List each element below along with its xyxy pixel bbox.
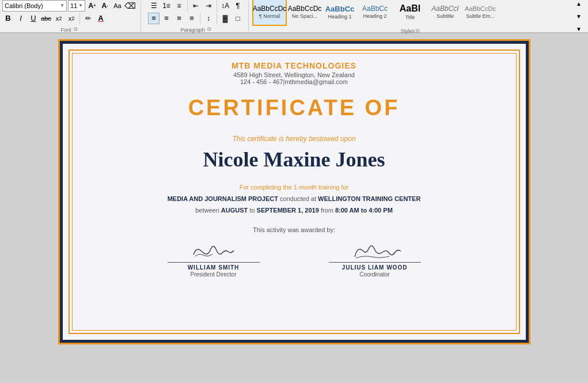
desc-time: 8:00 AM to 4:00 PM xyxy=(335,207,393,214)
signature-1-line xyxy=(168,262,260,263)
document-area: MTB MEDIA TECHNOLOGIES 4589 High Street,… xyxy=(0,33,588,356)
font-color-button[interactable]: A xyxy=(95,13,107,24)
signature-1-name: WILLIAM SMITH xyxy=(188,264,240,271)
italic-button[interactable]: I xyxy=(15,13,26,24)
shading-button[interactable]: ▓ xyxy=(219,13,231,24)
sig1-svg xyxy=(185,240,242,260)
desc-line1: For completing the 1-month training for xyxy=(97,182,491,194)
ribbon-row: Calibri (Body) ▼ 11 ▼ A+ A- Aa ⌫ B I U a… xyxy=(0,0,588,32)
styles-more-button[interactable]: ▼ xyxy=(573,23,585,35)
desc-line3: between AUGUST to SEPTEMBER 1, 2019 from… xyxy=(97,205,491,217)
signatures-section: WILLIAM SMITH President Director JULIUS … xyxy=(97,239,491,278)
underline-button[interactable]: U xyxy=(28,13,39,24)
style-item-heading1[interactable]: AaBbCc Heading 1 xyxy=(323,0,357,26)
desc-august: AUGUST xyxy=(221,207,248,214)
style-preview-no-spacing: AaBbCcDc xyxy=(288,5,322,12)
style-name-title: Title xyxy=(405,14,415,20)
signature-2-line xyxy=(329,262,421,263)
awarded-text: This activity was awarded by: xyxy=(97,226,491,233)
signature-2-image xyxy=(343,239,407,261)
bold-button[interactable]: B xyxy=(2,13,14,24)
desc-between: between xyxy=(195,207,221,214)
borders-button[interactable]: □ xyxy=(232,13,244,24)
company-contact: 124 - 456 - 467|mtbmedia@gmail.com xyxy=(97,78,491,85)
font-expand-icon[interactable]: ⊡ xyxy=(74,26,78,32)
font-size-chevron: ▼ xyxy=(78,3,83,8)
strikethrough-button[interactable]: abc xyxy=(40,13,52,24)
styles-group: AaBbCcDc ¶ Normal AaBbCcDc No Spaci... A… xyxy=(249,1,572,32)
style-name-subtle-em: Subtle Em... xyxy=(466,13,494,19)
font-name-row: Calibri (Body) ▼ 11 ▼ A+ A- Aa ⌫ xyxy=(2,0,136,12)
align-right-button[interactable]: ≡ xyxy=(173,13,185,24)
styles-expand-icon[interactable]: ⊡ xyxy=(416,28,420,33)
description-block: For completing the 1-month training for … xyxy=(97,182,491,216)
signature-2-title: Coordinator xyxy=(359,271,389,278)
desc-conducted: conducted at xyxy=(280,195,318,202)
desc-center: WELLINGTON TRAINING CENTER xyxy=(318,195,420,202)
para-sep4 xyxy=(217,13,217,24)
company-address: 4589 High Street, Wellington, New Zealan… xyxy=(97,71,491,78)
style-preview-subtle-em: AaBbCcDc xyxy=(465,6,496,12)
styles-scroll-down-button[interactable]: ▼ xyxy=(573,10,585,22)
certificate-title: CERTIFICATE OF xyxy=(97,96,491,120)
font-name-dropdown[interactable]: Calibri (Body) ▼ xyxy=(2,0,67,12)
sig2-svg xyxy=(343,241,407,261)
bullets-button[interactable]: ☰ xyxy=(148,0,160,12)
paragraph-expand-icon[interactable]: ⊡ xyxy=(207,26,211,32)
paragraph-row1: ☰ 1≡ ≡ ⇤ ⇥ ↕A ¶ xyxy=(148,0,244,12)
shading-icon: ▓ xyxy=(223,14,228,22)
justify-button[interactable]: ≡ xyxy=(186,13,198,24)
style-name-no-spacing: No Spaci... xyxy=(292,13,317,19)
signature-1-block: WILLIAM SMITH President Director xyxy=(168,239,260,278)
multilevel-list-button[interactable]: ≡ xyxy=(173,0,185,12)
styles-scroll-up-button[interactable]: ▲ xyxy=(573,0,585,9)
paragraph-group: ☰ 1≡ ≡ ⇤ ⇥ ↕A ¶ ≡ ≡ ≡ ≡ ↕ ▓ xyxy=(143,1,249,32)
certificate-inner: MTB MEDIA TECHNOLOGIES 4589 High Street,… xyxy=(63,44,526,340)
desc-sept: SEPTEMBER 1, 2019 xyxy=(257,207,319,214)
line-spacing-button[interactable]: ↕ xyxy=(203,13,214,24)
highlight-button[interactable]: ✏ xyxy=(82,13,94,24)
font-size-dropdown[interactable]: 11 ▼ xyxy=(68,0,85,12)
certificate-content: MTB MEDIA TECHNOLOGIES 4589 High Street,… xyxy=(63,44,526,289)
signature-2-block: JULIUS LIAM WOOD Coordinator xyxy=(329,239,421,278)
sort-button[interactable]: ↕A xyxy=(219,0,231,12)
style-item-subtitle[interactable]: AaBbCcI Subtitle xyxy=(428,0,462,26)
format-sep xyxy=(79,13,80,24)
numbering-button[interactable]: 1≡ xyxy=(161,0,172,12)
signature-2-name: JULIUS LIAM WOOD xyxy=(342,264,408,271)
clear-formatting-button[interactable]: ⌫ xyxy=(124,0,136,12)
align-left-button[interactable]: ≡ xyxy=(148,13,160,24)
para-sep2 xyxy=(217,0,217,12)
paragraph-row2: ≡ ≡ ≡ ≡ ↕ ▓ □ xyxy=(148,13,244,24)
superscript-button[interactable]: x2 xyxy=(66,13,77,24)
decrease-font-button[interactable]: A- xyxy=(99,0,111,12)
signature-1-image xyxy=(185,239,242,261)
change-case-button[interactable]: Aa xyxy=(112,0,123,12)
show-paragraph-button[interactable]: ¶ xyxy=(232,0,244,12)
style-item-subtle-em[interactable]: AaBbCcDc Subtle Em... xyxy=(463,0,498,26)
decrease-indent-button[interactable]: ⇤ xyxy=(190,0,202,12)
font-name-value: Calibri (Body) xyxy=(5,2,43,9)
paragraph-section-label: Paragraph xyxy=(180,27,204,33)
font-group: Calibri (Body) ▼ 11 ▼ A+ A- Aa ⌫ B I U a… xyxy=(2,1,141,32)
desc-from: from xyxy=(321,207,335,214)
increase-indent-button[interactable]: ⇥ xyxy=(203,0,214,12)
ribbon-toolbar: Calibri (Body) ▼ 11 ▼ A+ A- Aa ⌫ B I U a… xyxy=(0,0,588,33)
font-size-value: 11 xyxy=(70,2,77,9)
style-item-no-spacing[interactable]: AaBbCcDc No Spaci... xyxy=(287,0,322,26)
style-preview-heading1: AaBbCc xyxy=(325,5,355,13)
style-name-normal: ¶ Normal xyxy=(259,13,280,19)
align-center-button[interactable]: ≡ xyxy=(161,13,172,24)
subscript-button[interactable]: x2 xyxy=(53,13,65,24)
increase-font-button[interactable]: A+ xyxy=(86,0,98,12)
bestowed-text: This certificate is hereby bestowed upon xyxy=(97,135,491,143)
format-row: B I U abc x2 x2 ✏ A xyxy=(2,13,136,24)
recipient-name: Nicole Maxine Jones xyxy=(97,147,491,172)
style-item-title[interactable]: AaBl Title xyxy=(393,0,427,26)
para-sep1 xyxy=(187,0,188,12)
styles-section-label: Styles xyxy=(401,28,415,34)
style-item-normal[interactable]: AaBbCcDc ¶ Normal xyxy=(252,0,287,26)
signature-1-title: President Director xyxy=(190,271,236,278)
style-item-heading2[interactable]: AaBbCc Heading 2 xyxy=(358,0,392,26)
style-preview-normal: AaBbCcDc xyxy=(253,5,287,12)
